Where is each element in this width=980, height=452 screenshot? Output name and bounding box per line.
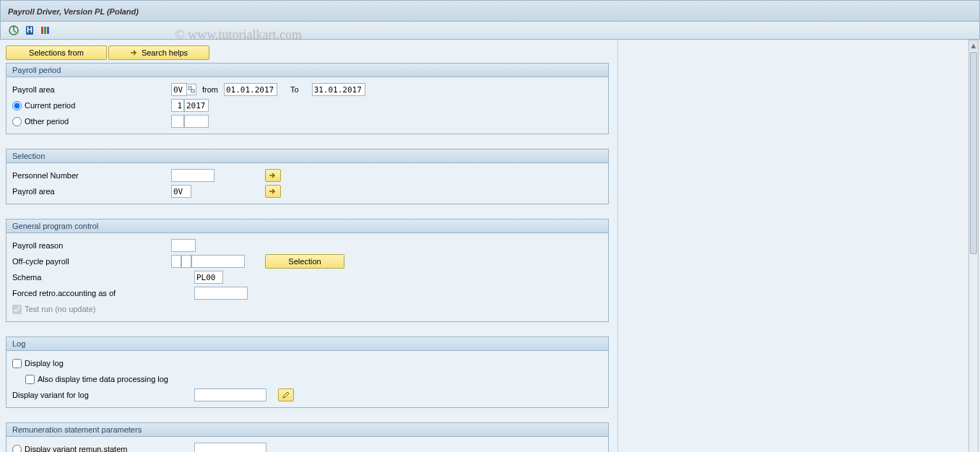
log-group: Log Display log Also display time data p… (6, 336, 609, 408)
payroll-period-group: Payroll period Payroll area from To (6, 63, 609, 134)
forced-retro-field[interactable] (194, 287, 248, 300)
remuneration-group: Remuneration statement parameters Displa… (6, 422, 609, 452)
general-program-control-group: General program control Payroll reason O… (6, 219, 609, 322)
schema-label: Schema (12, 273, 171, 282)
offcycle-field-c[interactable] (191, 255, 245, 268)
other-period-label: Other period (25, 117, 69, 126)
scroll-thumb[interactable] (970, 52, 977, 254)
execute-icon[interactable] (8, 25, 19, 36)
edit-variant-button[interactable] (278, 388, 294, 401)
right-empty-panel: ▲ ▼ (617, 40, 980, 452)
display-variant-remun-radio[interactable] (12, 445, 22, 453)
info-icon[interactable]: H (24, 25, 35, 36)
to-label: To (290, 85, 299, 94)
current-period-label: Current period (25, 101, 75, 110)
from-date-field[interactable] (224, 83, 277, 96)
current-period-year-field[interactable] (184, 99, 209, 112)
variant-icon[interactable] (40, 25, 51, 36)
other-period-year-field[interactable] (184, 115, 209, 128)
offcycle-field-b[interactable] (181, 255, 191, 268)
personnel-number-field[interactable] (171, 169, 214, 182)
to-date-field[interactable] (312, 83, 365, 96)
arrow-right-icon (269, 188, 277, 195)
from-label: from (202, 85, 218, 94)
current-period-radio[interactable] (12, 101, 22, 110)
payroll-period-header: Payroll period (6, 63, 609, 77)
scroll-up-icon[interactable]: ▲ (969, 40, 978, 51)
test-run-label: Test run (no update) (25, 305, 95, 313)
svg-rect-9 (191, 90, 194, 92)
display-variant-remun-field[interactable] (194, 443, 266, 452)
schema-field[interactable] (194, 271, 223, 284)
display-log-label: Display log (25, 359, 64, 368)
also-display-label: Also display time data processing log (38, 375, 168, 383)
offcycle-payroll-label: Off-cycle payroll (12, 257, 171, 266)
search-helps-button[interactable]: Search helps (108, 45, 209, 60)
selection-button[interactable]: Selection (265, 254, 344, 269)
selection-header: Selection (6, 149, 609, 163)
svg-rect-7 (47, 27, 49, 34)
test-run-checkbox (12, 305, 22, 314)
selections-from-button[interactable]: Selections from (6, 45, 107, 60)
arrow-right-icon (130, 49, 139, 56)
selection-button-row: Selections from Search helps (6, 45, 612, 60)
svg-text:H: H (27, 25, 32, 34)
remuneration-header: Remuneration statement parameters (6, 422, 609, 437)
general-header: General program control (6, 219, 609, 233)
display-variant-log-field[interactable] (194, 388, 266, 401)
payroll-area-field[interactable] (171, 83, 187, 96)
payroll-area-multiselect-button[interactable] (265, 185, 281, 198)
selection-button-label: Selection (288, 257, 321, 266)
also-display-checkbox[interactable] (25, 375, 35, 384)
payroll-reason-field[interactable] (171, 239, 196, 252)
personnel-number-multiselect-button[interactable] (265, 169, 281, 182)
selection-payroll-area-label: Payroll area (12, 187, 171, 196)
payroll-reason-label: Payroll reason (12, 241, 171, 250)
arrow-right-icon (269, 172, 277, 179)
svg-line-2 (14, 30, 16, 32)
selection-group: Selection Personnel Number Payroll area (6, 149, 609, 204)
search-helps-label: Search helps (142, 48, 188, 57)
other-period-radio[interactable] (12, 117, 22, 126)
f4-help-icon[interactable] (186, 84, 196, 95)
log-header: Log (6, 336, 609, 351)
page-title: Payroll Driver, Version PL (Poland) (8, 7, 139, 16)
selections-from-label: Selections from (29, 48, 84, 57)
svg-rect-8 (188, 87, 191, 90)
page-title-bar: Payroll Driver, Version PL (Poland) (0, 0, 980, 22)
display-variant-remun-label: Display variant remun.statem (25, 445, 127, 452)
vertical-scrollbar[interactable]: ▲ ▼ (968, 40, 979, 452)
svg-rect-6 (44, 27, 46, 34)
other-period-num-field[interactable] (171, 115, 184, 128)
current-period-num-field[interactable] (171, 99, 184, 112)
selection-payroll-area-field[interactable] (171, 185, 191, 198)
display-log-checkbox[interactable] (12, 359, 22, 368)
pencil-icon (282, 391, 290, 399)
application-toolbar: H (0, 22, 980, 40)
svg-rect-5 (41, 27, 43, 34)
personnel-number-label: Personnel Number (12, 171, 171, 180)
forced-retro-label: Forced retro.accounting as of (12, 289, 171, 297)
offcycle-field-a[interactable] (171, 255, 181, 268)
payroll-area-label: Payroll area (12, 85, 171, 94)
display-variant-log-label: Display variant for log (12, 391, 194, 399)
